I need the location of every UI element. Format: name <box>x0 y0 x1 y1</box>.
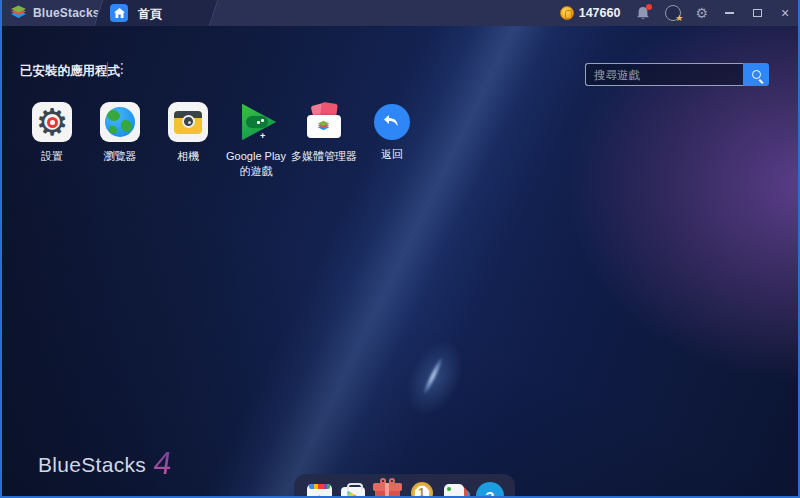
bluestacks-logo-icon <box>10 5 27 21</box>
app-camera[interactable]: 相機 <box>154 102 222 179</box>
settings-app-icon: ⚙ <box>32 102 72 142</box>
dock-item-app-center[interactable]: .. <box>441 480 471 496</box>
coin-count: 147660 <box>579 6 621 20</box>
dock: ↓ 1 <box>294 474 515 496</box>
title-bar: BlueStacks 首頁 147660 ★ ⚙ × <box>2 0 798 26</box>
bluestacks-4-wordmark: BlueStacks 4 <box>38 450 172 477</box>
app-media-manager[interactable]: 多媒體管理器 <box>290 102 358 179</box>
app-label: 相機 <box>177 149 199 164</box>
notification-dot <box>646 4 652 10</box>
toolbar-divider <box>107 62 108 78</box>
app-grid: ⚙ 設置 瀏覽器 相機 <box>18 102 426 179</box>
browser-app-icon <box>100 102 140 142</box>
gift-bow-left <box>380 478 386 484</box>
search-bar <box>585 63 769 86</box>
dock-item-gift[interactable] <box>372 480 402 496</box>
brand-name: BlueStacks <box>38 453 146 477</box>
coin-icon <box>560 6 574 20</box>
green-dot <box>447 487 451 491</box>
media-manager-app-icon <box>304 102 344 142</box>
dock-item-level-badge[interactable]: 1 <box>407 480 437 496</box>
installed-apps-heading: 已安裝的應用程式 <box>20 63 120 80</box>
app-back[interactable]: 返回 <box>358 102 426 179</box>
help-icon: ? <box>476 482 504 496</box>
minimize-icon <box>725 12 734 14</box>
back-icon <box>374 104 410 140</box>
camera-lens-icon <box>182 115 195 128</box>
app-label: 設置 <box>41 149 63 164</box>
minimize-button[interactable] <box>722 6 736 20</box>
play-games-app-icon: + <box>236 102 276 142</box>
brand-version: 4 <box>152 450 174 477</box>
gift-box-icon <box>375 487 400 496</box>
settings-gear-icon[interactable]: ⚙ <box>695 6 708 20</box>
globe-icon <box>105 107 135 137</box>
dock-item-app-installer[interactable]: ↓ <box>304 480 334 496</box>
notifications-bell-icon[interactable] <box>636 6 650 21</box>
app-google-play-games[interactable]: + Google Play的遊戲 <box>222 102 290 179</box>
gear-center <box>47 117 58 128</box>
app-label: 多媒體管理器 <box>291 149 357 164</box>
star-icon: ★ <box>675 14 683 23</box>
confetti-strip <box>309 484 330 489</box>
app-title: BlueStacks <box>33 6 100 20</box>
gamepad-icon: + <box>246 116 268 128</box>
desktop-area: 已安裝的應用程式 ⋮ ⚙ 設置 <box>2 26 798 496</box>
gamepad-plus: + <box>260 133 266 139</box>
app-label: 瀏覽器 <box>104 149 137 164</box>
gift-bow-right <box>389 478 395 484</box>
search-icon <box>752 70 761 79</box>
tab-label: 首頁 <box>138 6 162 23</box>
maximize-button[interactable] <box>750 6 764 20</box>
dock-item-help[interactable]: ? <box>475 480 505 496</box>
kebab-menu-icon[interactable]: ⋮ <box>115 60 129 76</box>
dock-item-play-store[interactable] <box>338 480 368 496</box>
stacked-cards-icon: .. <box>444 484 464 496</box>
download-arrow-icon: ↓ <box>307 491 332 496</box>
rewards-icon[interactable]: ★ <box>665 5 681 21</box>
close-button[interactable]: × <box>778 6 792 20</box>
titlebar-right-cluster: 147660 ★ ⚙ × <box>560 0 792 26</box>
app-browser[interactable]: 瀏覽器 <box>86 102 154 179</box>
gamepad-dots <box>257 119 265 125</box>
bluestacks-mini-logo-icon <box>317 120 330 133</box>
apk-installer-icon: ↓ <box>307 484 332 496</box>
search-button[interactable] <box>743 63 769 86</box>
maximize-icon <box>753 9 762 17</box>
play-store-triangle <box>346 491 360 497</box>
search-input[interactable] <box>585 63 743 86</box>
camera-app-icon <box>168 102 208 142</box>
home-icon <box>110 4 128 22</box>
badge-number: 1 <box>411 482 433 496</box>
level-badge-icon: 1 <box>408 481 436 496</box>
app-label: Google Play的遊戲 <box>222 149 290 179</box>
app-settings[interactable]: ⚙ 設置 <box>18 102 86 179</box>
app-label: 返回 <box>381 147 403 162</box>
play-store-icon <box>341 487 365 497</box>
bluestacks-window: BlueStacks 首頁 147660 ★ ⚙ × <box>0 0 800 498</box>
tab-home[interactable]: 首頁 <box>98 0 214 26</box>
